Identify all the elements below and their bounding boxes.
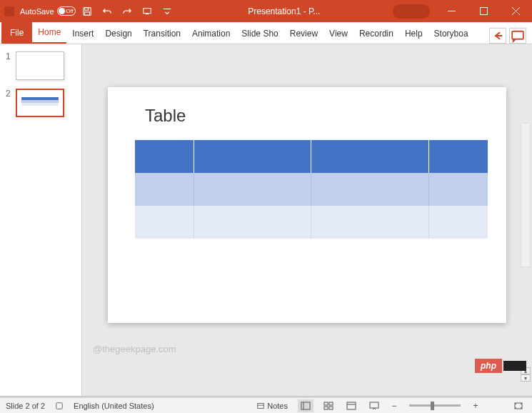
tab-insert[interactable]: Insert — [66, 24, 99, 44]
status-bar: Slide 2 of 2 English (United States) Not… — [0, 397, 532, 413]
svg-rect-18 — [347, 402, 356, 409]
slide-number: 1 — [6, 51, 11, 61]
svg-rect-16 — [324, 407, 328, 409]
svg-rect-5 — [481, 8, 488, 15]
svg-rect-17 — [329, 407, 333, 409]
svg-rect-15 — [329, 402, 333, 405]
tab-review[interactable]: Review — [284, 24, 323, 44]
comments-button[interactable] — [509, 28, 526, 44]
window-title: Presentation1 - P... — [176, 6, 393, 16]
reading-view-button[interactable] — [343, 399, 359, 412]
fit-to-window-button[interactable] — [511, 399, 526, 412]
svg-rect-3 — [143, 8, 151, 13]
close-button[interactable] — [500, 0, 532, 22]
zoom-slider[interactable] — [409, 404, 461, 407]
customize-qat-button[interactable] — [159, 3, 176, 20]
slideshow-start-button[interactable] — [139, 3, 156, 20]
undo-button[interactable] — [99, 3, 116, 20]
tab-help[interactable]: Help — [399, 24, 428, 44]
language-button[interactable]: English (United States) — [74, 402, 154, 410]
slide-thumbnail[interactable] — [16, 51, 64, 80]
slide-title[interactable]: Table — [145, 106, 493, 126]
table-row — [135, 206, 488, 239]
slide-thumbnail[interactable] — [16, 89, 64, 117]
slideshow-view-button[interactable] — [366, 399, 382, 412]
svg-rect-9 — [56, 402, 63, 409]
slide-thumb-2[interactable]: 2 — [6, 89, 76, 117]
notes-button[interactable]: Notes — [254, 400, 291, 412]
slide-thumbnail-panel: 1 2 — [0, 44, 82, 396]
watermark: @thegeekpage.com — [93, 344, 176, 354]
main-area: 1 2 Table — [0, 44, 532, 396]
tab-file[interactable]: File — [1, 22, 32, 44]
tab-storyboard[interactable]: Storyboa — [428, 24, 474, 44]
save-button[interactable] — [79, 3, 96, 20]
table-row — [135, 173, 488, 206]
tab-slideshow[interactable]: Slide Sho — [236, 24, 283, 44]
svg-rect-10 — [258, 403, 264, 408]
svg-rect-8 — [512, 31, 523, 39]
slide-canvas[interactable]: Table — [108, 87, 506, 323]
normal-view-button[interactable] — [298, 399, 313, 412]
svg-rect-2 — [84, 11, 89, 14]
slide-sorter-button[interactable] — [321, 399, 336, 412]
share-button[interactable] — [489, 28, 506, 44]
app-icon — [4, 6, 14, 16]
zoom-in-button[interactable]: + — [471, 401, 481, 411]
svg-rect-20 — [370, 402, 378, 408]
zoom-out-button[interactable]: − — [389, 401, 399, 411]
tab-design[interactable]: Design — [99, 24, 137, 44]
autosave-toggle[interactable]: AutoSave Off — [20, 6, 76, 16]
minimize-button[interactable] — [436, 0, 468, 22]
maximize-button[interactable] — [468, 0, 500, 22]
vertical-scrollbar[interactable] — [521, 123, 531, 267]
svg-rect-14 — [324, 402, 328, 405]
tab-recording[interactable]: Recordin — [353, 24, 399, 44]
tab-view[interactable]: View — [323, 24, 353, 44]
redo-button[interactable] — [119, 3, 136, 20]
php-badge: php — [475, 359, 526, 373]
slide-thumb-1[interactable]: 1 — [6, 51, 76, 80]
zoom-slider-thumb[interactable] — [431, 402, 434, 410]
slide-number: 2 — [6, 89, 11, 99]
svg-rect-1 — [84, 7, 88, 10]
autosave-label: AutoSave — [20, 7, 54, 16]
accessibility-button[interactable] — [52, 400, 66, 412]
tab-home[interactable]: Home — [32, 22, 66, 44]
autosave-switch[interactable]: Off — [57, 6, 76, 16]
ribbon-tabs: File Home Insert Design Transition Anima… — [0, 22, 532, 44]
table-row — [135, 140, 488, 173]
slide-canvas-area: Table @thegeekpage.com ▴ ▾ php — [82, 44, 532, 396]
next-slide-button[interactable]: ▾ — [521, 374, 531, 382]
svg-rect-12 — [301, 402, 310, 409]
slide-table[interactable] — [135, 140, 488, 239]
title-bar: AutoSave Off Presentation1 - P... — [0, 0, 532, 22]
user-badge[interactable] — [393, 4, 430, 19]
slide-counter[interactable]: Slide 2 of 2 — [6, 402, 45, 410]
tab-transitions[interactable]: Transition — [138, 24, 186, 44]
tab-animations[interactable]: Animation — [186, 24, 236, 44]
